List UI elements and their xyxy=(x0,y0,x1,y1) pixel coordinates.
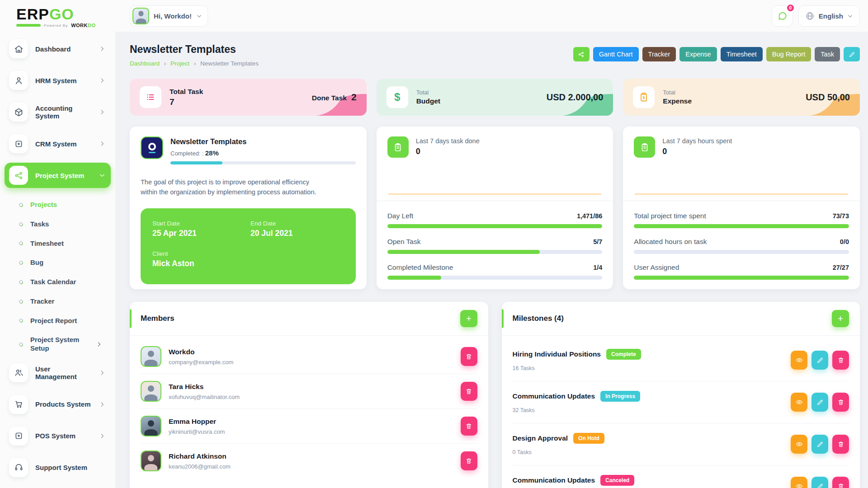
total-expense-card: $ Total Expense USD 50,00 xyxy=(623,79,860,116)
sidebar-item-pos-system[interactable]: POS System xyxy=(5,423,111,449)
view-milestone-button[interactable] xyxy=(791,435,807,454)
task-summary-value: 0 xyxy=(416,147,480,156)
language-selector[interactable]: English xyxy=(798,5,860,27)
trash-icon xyxy=(837,357,844,364)
sidebar-item-crm[interactable]: CRM System xyxy=(5,131,111,156)
gantt-chart-button[interactable]: Gantt Chart xyxy=(593,47,639,61)
sidebar-item-label: Support System xyxy=(35,464,87,471)
sidebar-item-dashboard[interactable]: Dashboard xyxy=(5,36,111,61)
sidebar-item-label: Products System xyxy=(35,400,91,408)
add-milestone-button[interactable] xyxy=(832,310,849,327)
stat-day-left: Day Left1,471/86 xyxy=(387,212,603,228)
trash-icon xyxy=(465,457,472,465)
sidebar-item-label: POS System xyxy=(35,432,75,440)
trash-icon xyxy=(465,422,472,430)
user-menu[interactable]: Hi, Workdo! xyxy=(130,5,208,27)
member-name: Emma Hopper xyxy=(169,418,225,426)
sidebar-item-label: Dashboard xyxy=(35,45,71,53)
trash-icon xyxy=(465,353,472,360)
erpgo-app: ERPGO Powered By WORKDO Dashboard HRM Sy… xyxy=(0,0,868,488)
members-card: Members Workdo company@example.com xyxy=(130,302,488,488)
add-member-button[interactable] xyxy=(460,310,477,327)
chevron-right-icon xyxy=(99,46,105,52)
submenu-item-project-report[interactable]: Project Report xyxy=(15,311,111,331)
plus-icon xyxy=(465,315,472,322)
share-button[interactable] xyxy=(573,47,590,61)
member-texts: Richard Atkinson keanu2006@gmail.com xyxy=(169,452,231,470)
sidebar-item-label: User Management xyxy=(35,365,92,380)
timesheet-button[interactable]: Timesheet xyxy=(721,47,763,61)
stat-label: Open Task xyxy=(387,238,421,246)
start-date-value: 25 Apr 2021 xyxy=(152,229,250,238)
total-budget-card: $ Total Budget USD 2.000,00 xyxy=(377,79,613,116)
sidebar-item-user-management[interactable]: User Management xyxy=(5,360,111,385)
task-button[interactable]: Task xyxy=(815,47,840,61)
breadcrumb-dashboard[interactable]: Dashboard xyxy=(130,60,160,67)
delete-member-button[interactable] xyxy=(461,417,477,436)
sidebar-item-hrm[interactable]: HRM System xyxy=(5,68,111,93)
progress-fill xyxy=(634,276,849,280)
submenu-item-task-calendar[interactable]: Task Calendar xyxy=(15,272,111,292)
bug-report-button[interactable]: Bug Report xyxy=(766,47,811,61)
sidebar-item-products-system[interactable]: Products System xyxy=(5,392,111,417)
member-name: Tara Hicks xyxy=(169,383,240,391)
progress-bar xyxy=(634,276,849,280)
frame-plus-icon xyxy=(9,134,28,153)
milestone-name: Communication Updates xyxy=(513,476,595,484)
progress-fill xyxy=(387,276,441,280)
trash-icon xyxy=(837,399,844,406)
expense-amount: USD 50,00 xyxy=(806,92,850,103)
sidebar-item-label: Accounting System xyxy=(35,104,92,120)
project-title: Newsletter Templates xyxy=(170,136,356,146)
submenu-item-tracker[interactable]: Tracker xyxy=(15,292,111,311)
view-milestone-button[interactable] xyxy=(791,351,807,370)
topbar: Hi, Workdo! 0 English xyxy=(115,0,868,32)
edit-milestone-button[interactable] xyxy=(811,477,828,488)
member-email: company@example.com xyxy=(169,359,233,366)
member-avatar xyxy=(141,381,161,402)
view-milestone-button[interactable] xyxy=(791,393,807,412)
erpgo-logo[interactable]: ERPGO Powered By WORKDO xyxy=(0,0,115,28)
expense-button[interactable]: Expense xyxy=(679,47,717,61)
sidebar-item-support-system[interactable]: Support System xyxy=(5,455,111,480)
bullet-icon xyxy=(18,318,24,324)
progress-bar xyxy=(387,224,603,228)
project-head-texts: Newsletter Templates Completed: :28% xyxy=(170,136,356,164)
delete-milestone-button[interactable] xyxy=(832,435,849,454)
delete-member-button[interactable] xyxy=(461,347,477,366)
stat-value: 5/7 xyxy=(593,238,602,245)
chevron-right-icon xyxy=(99,77,105,84)
bullet-icon xyxy=(18,279,24,285)
edit-project-button[interactable] xyxy=(844,47,860,61)
edit-milestone-button[interactable] xyxy=(811,393,828,412)
delete-milestone-button[interactable] xyxy=(832,393,849,412)
delete-milestone-button[interactable] xyxy=(832,477,849,488)
view-milestone-button[interactable] xyxy=(791,477,807,488)
project-completed-line: Completed: :28% xyxy=(170,149,356,157)
submenu-item-projects[interactable]: Projects xyxy=(15,195,111,215)
logo-tagline: Powered By WORKDO xyxy=(16,23,115,28)
breadcrumb-project[interactable]: Project xyxy=(170,60,189,67)
milestones-header: Milestones (4) xyxy=(502,302,860,336)
breadcrumb-current: Newsletter Templates xyxy=(200,60,259,67)
delete-milestone-button[interactable] xyxy=(832,351,849,370)
submenu-item-project-system-setup[interactable]: Project System Setup xyxy=(15,330,106,358)
sidebar-item-accounting[interactable]: Accounting System xyxy=(5,99,111,125)
submenu-item-bug[interactable]: Bug xyxy=(15,253,111,272)
delete-member-button[interactable] xyxy=(461,382,477,401)
tracker-button[interactable]: Tracker xyxy=(642,47,676,61)
cart-icon xyxy=(9,395,28,414)
submenu-item-tasks[interactable]: Tasks xyxy=(15,215,111,234)
pencil-icon xyxy=(816,357,824,364)
sidebar-item-project-system[interactable]: Project System xyxy=(5,163,111,188)
end-date-label: End Date xyxy=(250,220,344,227)
submenu-item-timesheet[interactable]: Timesheet xyxy=(15,234,111,253)
notifications-button[interactable]: 0 xyxy=(772,5,793,27)
delete-member-button[interactable] xyxy=(461,451,477,470)
edit-milestone-button[interactable] xyxy=(811,351,828,370)
bottom-row: Members Workdo company@example.com xyxy=(130,302,860,488)
plus-icon xyxy=(837,315,844,322)
member-row: Workdo company@example.com xyxy=(141,339,477,374)
chevron-down-icon xyxy=(847,13,853,19)
edit-milestone-button[interactable] xyxy=(811,435,828,454)
